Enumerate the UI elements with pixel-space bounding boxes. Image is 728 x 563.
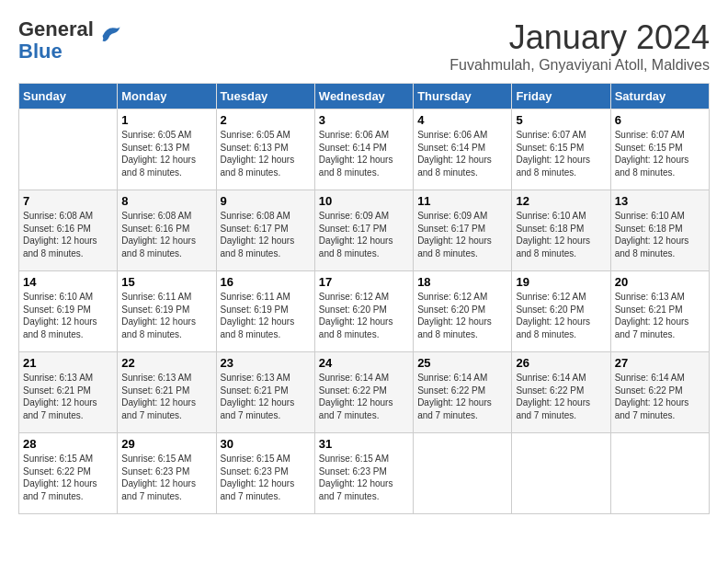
day-number: 18 [417,275,507,289]
logo-blue: Blue [18,40,63,63]
calendar-cell: 16Sunrise: 6:11 AMSunset: 6:19 PMDayligh… [216,271,314,352]
day-info: Sunrise: 6:08 AMSunset: 6:16 PMDaylight:… [121,210,211,259]
day-info: Sunrise: 6:10 AMSunset: 6:18 PMDaylight:… [615,210,705,259]
title-block: January 2024 Fuvahmulah, Gnyaviyani Atol… [449,18,710,74]
day-info: Sunrise: 6:12 AMSunset: 6:20 PMDaylight:… [417,291,507,340]
calendar-cell: 14Sunrise: 6:10 AMSunset: 6:19 PMDayligh… [19,271,118,352]
calendar-cell [19,109,118,190]
calendar-cell: 25Sunrise: 6:14 AMSunset: 6:22 PMDayligh… [414,352,512,433]
day-info: Sunrise: 6:13 AMSunset: 6:21 PMDaylight:… [615,291,705,340]
calendar-cell [414,433,512,514]
day-number: 21 [23,356,113,370]
calendar-cell: 18Sunrise: 6:12 AMSunset: 6:20 PMDayligh… [414,271,512,352]
day-number: 23 [221,356,311,370]
weekday-header-tuesday: Tuesday [216,84,314,109]
day-info: Sunrise: 6:14 AMSunset: 6:22 PMDaylight:… [516,372,606,421]
calendar-cell: 8Sunrise: 6:08 AMSunset: 6:16 PMDaylight… [118,190,216,271]
day-info: Sunrise: 6:14 AMSunset: 6:22 PMDaylight:… [319,372,409,421]
day-number: 2 [221,113,311,127]
day-number: 22 [121,356,211,370]
calendar-cell: 2Sunrise: 6:05 AMSunset: 6:13 PMDaylight… [216,109,314,190]
calendar-cell: 9Sunrise: 6:08 AMSunset: 6:17 PMDaylight… [216,190,314,271]
calendar-cell: 20Sunrise: 6:13 AMSunset: 6:21 PMDayligh… [610,271,709,352]
calendar-cell: 28Sunrise: 6:15 AMSunset: 6:22 PMDayligh… [19,433,118,514]
day-info: Sunrise: 6:10 AMSunset: 6:19 PMDaylight:… [23,291,113,340]
calendar-cell: 15Sunrise: 6:11 AMSunset: 6:19 PMDayligh… [118,271,216,352]
day-number: 20 [615,275,705,289]
calendar-cell: 29Sunrise: 6:15 AMSunset: 6:23 PMDayligh… [118,433,216,514]
calendar-cell: 11Sunrise: 6:09 AMSunset: 6:17 PMDayligh… [414,190,512,271]
calendar-cell: 7Sunrise: 6:08 AMSunset: 6:16 PMDaylight… [19,190,118,271]
calendar-cell: 12Sunrise: 6:10 AMSunset: 6:18 PMDayligh… [512,190,610,271]
day-number: 26 [516,356,606,370]
day-info: Sunrise: 6:11 AMSunset: 6:19 PMDaylight:… [121,291,211,340]
calendar-cell: 4Sunrise: 6:06 AMSunset: 6:14 PMDaylight… [414,109,512,190]
day-info: Sunrise: 6:08 AMSunset: 6:16 PMDaylight:… [23,210,113,259]
day-number: 27 [615,356,705,370]
day-number: 3 [319,113,409,127]
calendar-cell: 31Sunrise: 6:15 AMSunset: 6:23 PMDayligh… [314,433,413,514]
calendar-cell: 22Sunrise: 6:13 AMSunset: 6:21 PMDayligh… [118,352,216,433]
day-info: Sunrise: 6:15 AMSunset: 6:23 PMDaylight:… [121,453,211,502]
day-info: Sunrise: 6:14 AMSunset: 6:22 PMDaylight:… [615,372,705,421]
calendar-week-2: 7Sunrise: 6:08 AMSunset: 6:16 PMDaylight… [19,190,710,271]
day-info: Sunrise: 6:15 AMSunset: 6:23 PMDaylight:… [221,453,311,502]
calendar-cell: 1Sunrise: 6:05 AMSunset: 6:13 PMDaylight… [118,109,216,190]
weekday-header-sunday: Sunday [19,84,118,109]
calendar-week-3: 14Sunrise: 6:10 AMSunset: 6:19 PMDayligh… [19,271,710,352]
day-number: 19 [516,275,606,289]
day-info: Sunrise: 6:06 AMSunset: 6:14 PMDaylight:… [417,129,507,178]
day-number: 9 [221,194,311,208]
month-title: January 2024 [449,18,710,57]
day-info: Sunrise: 6:07 AMSunset: 6:15 PMDaylight:… [615,129,705,178]
day-info: Sunrise: 6:11 AMSunset: 6:19 PMDaylight:… [221,291,311,340]
calendar-cell: 13Sunrise: 6:10 AMSunset: 6:18 PMDayligh… [610,190,709,271]
calendar-week-5: 28Sunrise: 6:15 AMSunset: 6:22 PMDayligh… [19,433,710,514]
location-subtitle: Fuvahmulah, Gnyaviyani Atoll, Maldives [449,57,710,74]
weekday-header-thursday: Thursday [414,84,512,109]
calendar-cell: 24Sunrise: 6:14 AMSunset: 6:22 PMDayligh… [314,352,413,433]
calendar-cell: 6Sunrise: 6:07 AMSunset: 6:15 PMDaylight… [610,109,709,190]
day-number: 17 [319,275,409,289]
day-number: 11 [417,194,507,208]
day-info: Sunrise: 6:12 AMSunset: 6:20 PMDaylight:… [319,291,409,340]
day-number: 28 [23,437,113,451]
calendar-cell: 27Sunrise: 6:14 AMSunset: 6:22 PMDayligh… [610,352,709,433]
calendar-cell: 5Sunrise: 6:07 AMSunset: 6:15 PMDaylight… [512,109,610,190]
day-info: Sunrise: 6:06 AMSunset: 6:14 PMDaylight:… [319,129,409,178]
day-number: 12 [516,194,606,208]
day-number: 31 [319,437,409,451]
day-number: 30 [221,437,311,451]
weekday-header-saturday: Saturday [610,84,709,109]
day-info: Sunrise: 6:15 AMSunset: 6:22 PMDaylight:… [23,453,113,502]
calendar-cell [512,433,610,514]
day-number: 15 [121,275,211,289]
calendar-cell: 17Sunrise: 6:12 AMSunset: 6:20 PMDayligh… [314,271,413,352]
day-info: Sunrise: 6:12 AMSunset: 6:20 PMDaylight:… [516,291,606,340]
day-info: Sunrise: 6:13 AMSunset: 6:21 PMDaylight:… [221,372,311,421]
day-number: 7 [23,194,113,208]
day-number: 6 [615,113,705,127]
day-info: Sunrise: 6:14 AMSunset: 6:22 PMDaylight:… [417,372,507,421]
calendar-cell: 19Sunrise: 6:12 AMSunset: 6:20 PMDayligh… [512,271,610,352]
calendar-cell: 26Sunrise: 6:14 AMSunset: 6:22 PMDayligh… [512,352,610,433]
day-info: Sunrise: 6:09 AMSunset: 6:17 PMDaylight:… [319,210,409,259]
day-number: 8 [121,194,211,208]
calendar-cell: 21Sunrise: 6:13 AMSunset: 6:21 PMDayligh… [19,352,118,433]
day-number: 24 [319,356,409,370]
logo-general: General [18,17,94,40]
day-info: Sunrise: 6:10 AMSunset: 6:18 PMDaylight:… [516,210,606,259]
day-number: 25 [417,356,507,370]
day-number: 10 [319,194,409,208]
calendar-cell: 30Sunrise: 6:15 AMSunset: 6:23 PMDayligh… [216,433,314,514]
day-info: Sunrise: 6:05 AMSunset: 6:13 PMDaylight:… [221,129,311,178]
day-info: Sunrise: 6:07 AMSunset: 6:15 PMDaylight:… [516,129,606,178]
day-number: 1 [121,113,211,127]
calendar-cell [610,433,709,514]
day-info: Sunrise: 6:05 AMSunset: 6:13 PMDaylight:… [121,129,211,178]
weekday-header-wednesday: Wednesday [314,84,413,109]
logo-text: General Blue [18,18,123,63]
day-number: 16 [221,275,311,289]
logo: General Blue [18,18,123,63]
calendar-week-4: 21Sunrise: 6:13 AMSunset: 6:21 PMDayligh… [19,352,710,433]
